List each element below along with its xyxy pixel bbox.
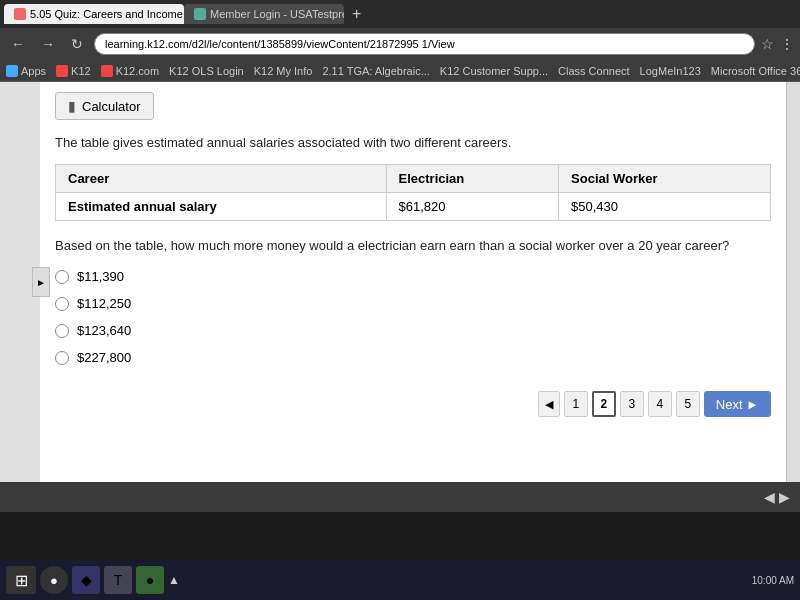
option-label-1: $11,390 [77,269,124,284]
table-row-salary: Estimated annual salary $61,820 $50,430 [56,193,771,221]
outer-wrapper: ► ▮ Calculator The table gives estimated… [0,82,800,482]
calculator-icon: ▮ [68,98,76,114]
next-button[interactable]: Next ► [704,391,771,417]
table-socialworker-salary: $50,430 [559,193,771,221]
tab-quiz-label: 5.05 Quiz: Careers and Income Ri [30,8,184,20]
bm-k12-icon [56,65,68,77]
tab-member-label: Member Login - USATestprep [210,8,344,20]
bookmarks-bar: Apps K12 K12.com K12 OLS Login K12 My In… [0,60,800,82]
taskbar: ⊞ ● ◆ T ● ▲ 10:00 AM [0,560,800,600]
radio-option-2[interactable] [55,297,69,311]
option-label-4: $227,800 [77,350,131,365]
prev-arrow-icon: ◀ [545,398,553,411]
clock-time: 10:00 AM [752,575,794,586]
salary-table: Career Electrician Social Worker Estimat… [55,164,771,221]
right-scrollbar[interactable] [786,82,800,482]
bm-k12com[interactable]: K12.com [101,65,159,77]
table-col2-header: Electrician [386,165,559,193]
page-2-button[interactable]: 2 [592,391,616,417]
intro-text: The table gives estimated annual salarie… [55,134,771,152]
tab-member-icon [194,8,206,20]
pagination: ◀ 1 2 3 4 5 Next ► [55,385,771,423]
options-list: $11,390 $112,250 $123,640 $227,800 [55,269,771,365]
bookmark-star-icon[interactable]: ☆ [761,36,774,52]
bottom-nav: ◀ ▶ [0,482,800,512]
start-button[interactable]: ⊞ [6,566,36,594]
page-4-button[interactable]: 4 [648,391,672,417]
option-item-3[interactable]: $123,640 [55,323,771,338]
page-3-label: 3 [628,397,635,411]
option-item-1[interactable]: $11,390 [55,269,771,284]
bm-apps-icon [6,65,18,77]
bm-classconn[interactable]: Class Connect [558,65,630,77]
taskbar-icon-edge[interactable]: ◆ [72,566,100,594]
system-tray: ▲ [168,573,180,587]
bottom-left-arrow[interactable]: ◀ [764,489,775,505]
bottom-arrows: ◀ ▶ [764,489,790,505]
taskbar-icon-teams[interactable]: T [104,566,132,594]
bm-apps-label: Apps [21,65,46,77]
table-col3-header: Social Worker [559,165,771,193]
bm-msoffice-label: Microsoft Office 365 [711,65,800,77]
browser-chrome: 5.05 Quiz: Careers and Income Ri Member … [0,0,800,82]
tab-quiz[interactable]: 5.05 Quiz: Careers and Income Ri [4,4,184,24]
left-sidebar: ► [0,82,40,482]
radio-option-1[interactable] [55,270,69,284]
new-tab-button[interactable]: + [344,5,369,23]
tab-quiz-icon [14,8,26,20]
back-button[interactable]: ← [6,34,30,54]
tray-icon-1: ▲ [168,573,180,587]
refresh-button[interactable]: ↻ [66,34,88,54]
bm-logmein[interactable]: LogMeIn123 [640,65,701,77]
search-button[interactable]: ● [40,566,68,594]
bm-k12[interactable]: K12 [56,65,91,77]
bm-ols-login[interactable]: K12 OLS Login [169,65,244,77]
bm-custsupp[interactable]: K12 Customer Supp... [440,65,548,77]
taskbar-clock: 10:00 AM [752,575,794,586]
prev-page-button[interactable]: ◀ [538,391,560,417]
bm-custsupp-label: K12 Customer Supp... [440,65,548,77]
radio-option-4[interactable] [55,351,69,365]
sidebar-toggle[interactable]: ► [32,267,50,297]
calculator-label: Calculator [82,99,141,114]
bm-logmein-label: LogMeIn123 [640,65,701,77]
address-input[interactable] [94,33,755,55]
question-prompt: Based on the table, how much more money … [55,237,771,255]
bm-msoffice[interactable]: Microsoft Office 365 [711,65,800,77]
bm-myinfo-label: K12 My Info [254,65,313,77]
page-4-label: 4 [656,397,663,411]
table-col1-header: Career [56,165,387,193]
option-item-2[interactable]: $112,250 [55,296,771,311]
content-area: ▮ Calculator The table gives estimated a… [40,82,786,482]
bottom-right-arrow[interactable]: ▶ [779,489,790,505]
bm-tga-label: 2.11 TGA: Algebraic... [322,65,429,77]
page-2-label: 2 [600,397,607,411]
option-item-4[interactable]: $227,800 [55,350,771,365]
bm-ols-label: K12 OLS Login [169,65,244,77]
radio-option-3[interactable] [55,324,69,338]
main-area: ▮ Calculator The table gives estimated a… [40,82,786,482]
tab-bar: 5.05 Quiz: Careers and Income Ri Member … [0,0,800,28]
page-5-button[interactable]: 5 [676,391,700,417]
bm-classconn-label: Class Connect [558,65,630,77]
table-electrician-salary: $61,820 [386,193,559,221]
next-button-label: Next ► [716,397,759,412]
calculator-button[interactable]: ▮ Calculator [55,92,154,120]
option-label-3: $123,640 [77,323,131,338]
bm-k12-label: K12 [71,65,91,77]
page-5-label: 5 [684,397,691,411]
taskbar-icon-chrome[interactable]: ● [136,566,164,594]
extensions-icon[interactable]: ⋮ [780,36,794,52]
forward-button[interactable]: → [36,34,60,54]
table-row-label: Estimated annual salary [56,193,387,221]
page-1-button[interactable]: 1 [564,391,588,417]
page-3-button[interactable]: 3 [620,391,644,417]
page-1-label: 1 [572,397,579,411]
bm-tga[interactable]: 2.11 TGA: Algebraic... [322,65,429,77]
bm-apps[interactable]: Apps [6,65,46,77]
address-bar-row: ← → ↻ ☆ ⋮ [0,28,800,60]
bm-myinfo[interactable]: K12 My Info [254,65,313,77]
bm-k12com-label: K12.com [116,65,159,77]
tab-member[interactable]: Member Login - USATestprep [184,4,344,24]
bm-k12com-icon [101,65,113,77]
